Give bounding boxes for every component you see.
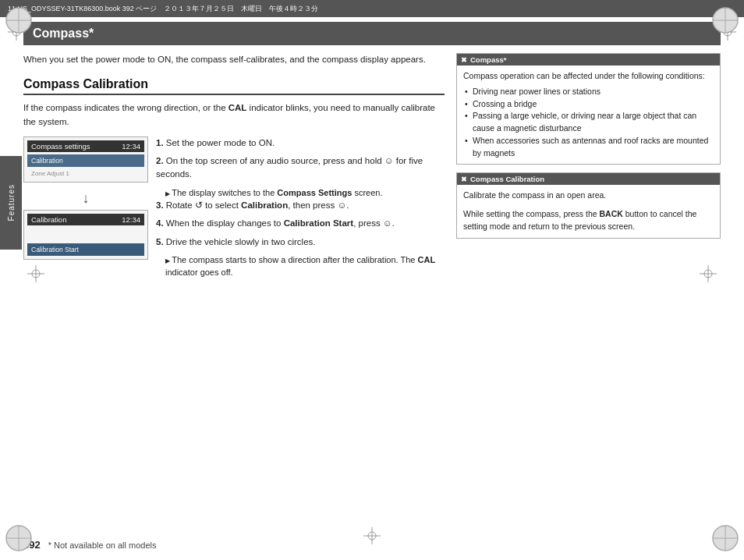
footer-note: * Not available on all models [48, 541, 157, 550]
compass-note-intro: Compass operation can be affected under … [463, 70, 714, 83]
screen2-label: Calibration [31, 215, 66, 224]
corner-tr-circle [711, 6, 739, 34]
step-5-sub: The compass starts to show a direction a… [156, 253, 445, 279]
features-sidebar: Features [0, 156, 22, 250]
right-mid-deco [700, 265, 717, 282]
bullet-3: Passing a large vehicle, or driving near… [463, 110, 714, 135]
header-bar: 11 US_ODYSSEY-31TK86300.book 392 ページ ２０１… [0, 0, 744, 17]
screen1-row2: Zone Adjust 1 [27, 168, 144, 179]
screen-mockup-1: Compass settings 12:34 Calibration Zone … [23, 136, 148, 183]
calibration-note-line2: While setting the compass, press the BAC… [463, 208, 714, 233]
calibration-note-line1: Calibrate the compass in an open area. [463, 190, 714, 202]
steps-column: 1. Set the power mode to ON. 2. On the t… [156, 136, 445, 279]
compass-bullet-list: Driving near power lines or stations Cro… [463, 86, 714, 160]
screens-column: Compass settings 12:34 Calibration Zone … [23, 136, 148, 279]
corner-br-circle [711, 524, 739, 552]
title-band: Compass* [23, 22, 721, 45]
step-2-sub: The display switches to the Compass Sett… [156, 186, 445, 200]
left-column: When you set the power mode to ON, the c… [23, 53, 445, 279]
screen1-time: 12:34 [122, 142, 140, 151]
compass-note-body: Compass operation can be affected under … [463, 70, 714, 159]
corner-bl-circle [5, 524, 33, 552]
arrow-down: ↓ [23, 187, 148, 210]
page-title: Compass* [33, 27, 94, 40]
screen1-row1: Calibration [27, 154, 144, 167]
step-5: 5. Drive the vehicle slowly in two circl… [156, 236, 445, 249]
screen2-row1: Calibration Start [27, 243, 144, 256]
step-4: 4. When the display changes to Calibrati… [156, 217, 445, 230]
bullet-2: Crossing a bridge [463, 98, 714, 111]
screen1-header: Compass settings 12:34 [27, 140, 144, 152]
features-label: Features [7, 184, 16, 221]
screen-mockup-2: Calibration 12:34 Calibration Start [23, 210, 148, 260]
bullet-1: Driving near power lines or stations [463, 86, 714, 98]
calibration-note-body: Calibrate the compass in an open area. W… [463, 190, 714, 232]
step-2: 2. On the top screen of any audio source… [156, 154, 445, 182]
bullet-4: When accessories such as antennas and ro… [463, 135, 714, 160]
right-column: Compass* Compass operation can be affect… [456, 53, 721, 279]
screen1-label: Compass settings [31, 142, 90, 151]
calibration-info-box: Compass Calibration Calibrate the compas… [456, 172, 721, 238]
compass-note-title: Compass* [457, 54, 720, 66]
header-text: 11 US_ODYSSEY-31TK86300.book 392 ページ ２０１… [8, 4, 318, 14]
steps-and-screens: Compass settings 12:34 Calibration Zone … [23, 136, 445, 279]
intro-text: When you set the power mode to ON, the c… [23, 53, 445, 66]
screen2-header: Calibration 12:34 [27, 214, 144, 225]
section-desc: If the compass indicates the wrong direc… [23, 101, 445, 129]
bottom-center-deco [363, 527, 381, 544]
main-content: When you set the power mode to ON, the c… [23, 53, 721, 279]
corner-tl-circle [5, 6, 33, 34]
step-1: 1. Set the power mode to ON. [156, 136, 445, 150]
section-title: Compass Calibration [23, 77, 445, 95]
compass-info-box: Compass* Compass operation can be affect… [456, 53, 721, 165]
step-3: 3. Rotate ↺ to select Calibration, then … [156, 199, 445, 212]
left-mid-deco [27, 265, 44, 282]
calibration-note-title: Compass Calibration [457, 173, 720, 185]
screen2-time: 12:34 [122, 215, 140, 224]
